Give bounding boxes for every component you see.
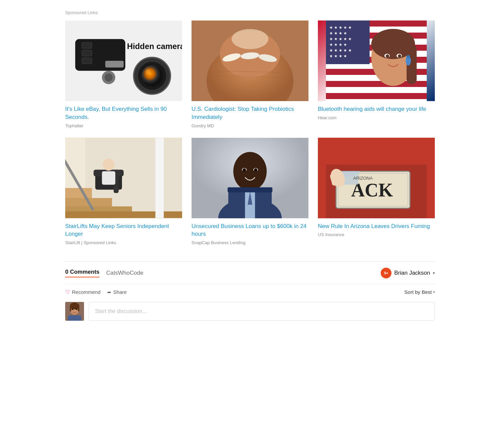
user-dropdown-icon[interactable]: ▾ bbox=[433, 271, 435, 275]
svg-rect-58 bbox=[102, 171, 115, 185]
share-label: Share bbox=[113, 289, 127, 295]
comment-input-row: Start the discussion… bbox=[65, 301, 435, 321]
svg-point-70 bbox=[254, 168, 257, 172]
comments-actions: ♡ Recommend ➦ Share Sort by Best ▾ bbox=[65, 284, 435, 301]
svg-rect-90 bbox=[68, 315, 81, 321]
ad-card-3: ★ ★ ★ ★ ★ ★ ★ ★ ★ ★ ★ ★ ★ ★ ★ ★ ★ ★ ★ ★ … bbox=[318, 20, 435, 128]
ad-title-3[interactable]: Bluetooth hearing aids will change your … bbox=[318, 105, 435, 113]
action-buttons-left: ♡ Recommend ➦ Share bbox=[65, 289, 127, 295]
sort-button[interactable]: Sort by Best ▾ bbox=[404, 289, 435, 295]
ad-image-5[interactable] bbox=[192, 138, 308, 218]
svg-rect-4 bbox=[82, 58, 92, 64]
ad-source-2: Gundry MD bbox=[192, 123, 308, 128]
svg-point-84 bbox=[70, 303, 79, 309]
sort-dropdown-icon: ▾ bbox=[433, 290, 435, 294]
comments-section: 0 Comments CatsWhoCode 9+ Brian Jackson … bbox=[65, 261, 435, 321]
svg-point-88 bbox=[76, 308, 78, 310]
svg-point-45 bbox=[407, 55, 410, 58]
svg-point-7 bbox=[105, 74, 113, 82]
ad-title-5[interactable]: Unsecured Business Loans up to $600k in … bbox=[192, 222, 308, 238]
ad-source-5: SnapCap Business Lending bbox=[192, 240, 308, 245]
avatar bbox=[65, 302, 84, 321]
comments-header: 0 Comments CatsWhoCode 9+ Brian Jackson … bbox=[65, 262, 435, 284]
svg-rect-86 bbox=[78, 306, 79, 311]
user-name: Brian Jackson bbox=[394, 270, 430, 276]
svg-rect-3 bbox=[82, 50, 92, 56]
heart-icon: ♡ bbox=[65, 289, 70, 295]
svg-rect-71 bbox=[227, 187, 272, 192]
sponsored-label: Sponsored Links bbox=[65, 10, 435, 15]
user-badge: 9+ bbox=[381, 268, 391, 278]
comments-count: 0 Comments bbox=[65, 269, 99, 277]
ad-card-4: StairLifts May Keep Seniors Independent … bbox=[65, 138, 182, 245]
svg-rect-59 bbox=[155, 138, 164, 218]
ad-title-2[interactable]: U.S. Cardiologist: Stop Taking Probiotic… bbox=[192, 105, 308, 121]
svg-point-66 bbox=[233, 152, 266, 190]
ad-title-1[interactable]: It's Like eBay, But Everything Sells in … bbox=[65, 105, 182, 121]
svg-point-87 bbox=[72, 308, 74, 310]
comment-input-field[interactable]: Start the discussion… bbox=[89, 302, 435, 321]
ads-grid: Hidden camera It's Like eBay, But Everyt… bbox=[65, 20, 435, 245]
ad-title-4[interactable]: StairLifts May Keep Seniors Independent … bbox=[65, 222, 182, 238]
ad-card-6: ACK ARIZONA New Rule In Arizona Leaves D… bbox=[318, 138, 435, 245]
svg-rect-2 bbox=[82, 42, 92, 48]
svg-rect-85 bbox=[70, 306, 71, 311]
svg-rect-29 bbox=[326, 93, 427, 99]
svg-point-43 bbox=[398, 54, 401, 58]
ad-source-4: StairLift | Sponsored Links bbox=[65, 240, 182, 245]
svg-point-10 bbox=[141, 65, 163, 87]
ad-title-6[interactable]: New Rule In Arizona Leaves Drivers Fumin… bbox=[318, 222, 435, 230]
share-button[interactable]: ➦ Share bbox=[107, 289, 127, 295]
ad-image-3[interactable]: ★ ★ ★ ★ ★ ★ ★ ★ ★ ★ ★ ★ ★ ★ ★ ★ ★ ★ ★ ★ … bbox=[318, 20, 435, 101]
ad-image-4[interactable] bbox=[65, 138, 182, 218]
comments-header-left: 0 Comments CatsWhoCode bbox=[65, 269, 143, 277]
ad-card-1: Hidden camera It's Like eBay, But Everyt… bbox=[65, 20, 182, 128]
comment-placeholder: Start the discussion… bbox=[95, 308, 148, 314]
svg-point-69 bbox=[243, 168, 246, 172]
ad-card-5: Unsecured Business Loans up to $600k in … bbox=[192, 138, 308, 245]
svg-text:Hidden camera: Hidden camera bbox=[127, 42, 182, 51]
ad-card-2: U.S. Cardiologist: Stop Taking Probiotic… bbox=[192, 20, 308, 128]
svg-rect-52 bbox=[65, 211, 182, 218]
ad-image-1[interactable]: Hidden camera bbox=[65, 20, 182, 101]
ad-source-6: US Insurance bbox=[318, 232, 435, 237]
svg-text:★ ★ ★ ★: ★ ★ ★ ★ bbox=[329, 42, 347, 47]
svg-point-57 bbox=[102, 159, 115, 171]
ad-source-1: Tophatter bbox=[65, 123, 182, 128]
svg-point-16 bbox=[232, 29, 268, 49]
svg-text:★ ★ ★ ★: ★ ★ ★ ★ bbox=[329, 54, 347, 58]
svg-text:★ ★ ★ ★ ★: ★ ★ ★ ★ ★ bbox=[329, 48, 352, 53]
svg-text:★ ★ ★ ★ ★: ★ ★ ★ ★ ★ bbox=[329, 25, 352, 30]
svg-text:★ ★ ★ ★: ★ ★ ★ ★ bbox=[329, 31, 347, 36]
sort-label: Sort by Best bbox=[404, 289, 432, 295]
svg-point-11 bbox=[145, 69, 151, 75]
share-icon: ➦ bbox=[107, 289, 111, 295]
recommend-button[interactable]: ♡ Recommend bbox=[65, 289, 100, 295]
svg-rect-5 bbox=[105, 61, 124, 68]
svg-point-42 bbox=[386, 54, 389, 58]
svg-text:★ ★ ★ ★ ★: ★ ★ ★ ★ ★ bbox=[329, 37, 352, 41]
comments-header-right: 9+ Brian Jackson ▾ bbox=[381, 268, 435, 278]
recommend-label: Recommend bbox=[72, 289, 100, 295]
svg-text:ARIZONA: ARIZONA bbox=[353, 176, 373, 181]
community-name: CatsWhoCode bbox=[106, 270, 143, 276]
ad-source-3: Hear.com bbox=[318, 115, 435, 120]
ad-image-6[interactable]: ACK ARIZONA bbox=[318, 138, 435, 218]
ad-image-2[interactable] bbox=[192, 20, 308, 101]
